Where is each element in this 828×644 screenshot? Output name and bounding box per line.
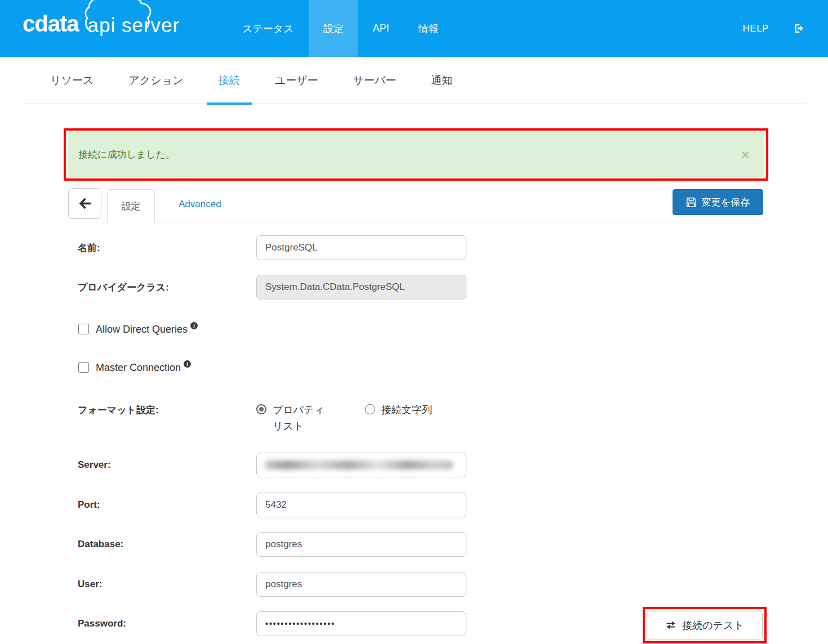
tab-resources[interactable]: リソース [38,57,105,104]
panel-tab-settings[interactable]: 設定 [107,189,155,223]
tab-server[interactable]: サーバー [341,57,408,104]
panel-tab-advanced[interactable]: Advanced [163,188,237,221]
test-connection-button[interactable]: 接続のテスト [647,611,763,639]
nav-item-status[interactable]: ステータス [228,0,309,57]
navbar-menu: ステータス 設定 API 情報 [228,0,453,57]
provider-class-input [256,275,466,299]
success-alert: 接続に成功しました。 × [68,132,764,177]
format-option-property-list[interactable]: プロパティリスト [256,402,333,435]
nav-item-settings[interactable]: 設定 [309,0,358,57]
allow-direct-queries-label: Allow Direct Queriesi [96,322,198,336]
info-icon[interactable]: i [184,360,191,368]
port-row: Port: [78,493,765,517]
allow-direct-queries-checkbox[interactable] [78,324,89,334]
tab-connections[interactable]: 接続 [207,57,252,104]
provider-class-row: プロバイダークラス: [78,275,765,299]
alert-close-icon[interactable]: × [741,148,749,162]
logout-icon[interactable] [794,23,804,34]
format-settings-label: フォーマット設定: [78,402,256,417]
connection-string-radio[interactable] [365,404,375,414]
floppy-disk-icon [686,197,697,208]
port-input[interactable] [256,493,466,517]
name-row: 名前: [78,235,765,260]
alert-annotation-box: 接続に成功しました。 × [64,128,768,181]
logo-brand-text: cdata [23,12,79,35]
tab-notifications[interactable]: 通知 [419,57,464,104]
save-changes-button[interactable]: 変更を保存 [673,189,763,215]
nav-item-info[interactable]: 情報 [404,0,453,57]
format-option-connection-string[interactable]: 接続文字列 [365,402,432,435]
property-list-label: プロパティリスト [273,402,333,435]
app-logo[interactable]: cdata api server [23,12,180,35]
master-connection-checkbox[interactable] [78,362,89,373]
left-arrow-icon [78,197,91,210]
master-connection-label: Master Connectioni [96,360,191,374]
password-label: Password: [78,618,256,629]
database-input[interactable] [256,532,466,557]
settings-tab-strip: リソース アクション 接続 ユーザー サーバー 通知 [23,57,805,104]
test-button-annotation-box: 接続のテスト [643,607,767,643]
name-label: 名前: [78,242,256,254]
exchange-arrows-icon [665,620,676,630]
master-connection-row[interactable]: Master Connectioni [78,360,765,374]
tab-actions[interactable]: アクション [117,57,195,104]
provider-class-label: プロバイダークラス: [78,281,256,294]
user-input[interactable] [256,572,466,597]
server-value-redacted [265,460,453,469]
info-icon[interactable]: i [190,322,198,329]
database-label: Database: [78,539,256,550]
connection-panel-header: 設定 Advanced 変更を保存 [68,188,763,222]
user-row: User: [78,572,765,597]
allow-direct-queries-row[interactable]: Allow Direct Queriesi [78,322,765,336]
tab-users[interactable]: ユーザー [263,57,330,104]
database-row: Database: [78,532,765,557]
success-alert-message: 接続に成功しました。 [78,148,175,161]
server-label: Server: [78,459,256,471]
format-settings-row: フォーマット設定: プロパティリスト 接続文字列 [78,402,765,435]
name-input[interactable] [256,235,466,260]
top-navbar: cdata api server ステータス 設定 API 情報 HELP [0,0,828,57]
nav-item-api[interactable]: API [358,0,404,57]
connection-string-label: 接続文字列 [381,402,432,418]
server-input[interactable] [256,453,466,477]
logo-product-text: api server [88,14,180,36]
property-list-radio[interactable] [256,404,266,414]
save-changes-label: 変更を保存 [702,196,750,209]
back-button[interactable] [68,188,101,219]
server-row: Server: [78,453,765,477]
help-link[interactable]: HELP [743,23,769,34]
port-label: Port: [78,499,256,511]
connection-form: 名前: プロバイダークラス: Allow Direct Queriesi Mas… [78,235,765,636]
test-connection-label: 接続のテスト [682,619,744,632]
password-input[interactable] [256,611,466,636]
user-label: User: [78,579,256,590]
